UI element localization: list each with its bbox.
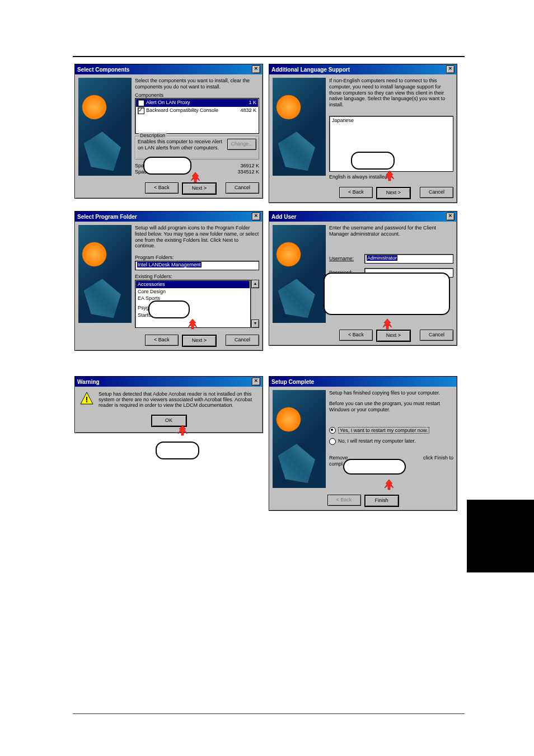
- components-list[interactable]: Alert On LAN Proxy1 K Backward Compatibi…: [135, 98, 259, 134]
- back-button[interactable]: < Back: [339, 330, 373, 341]
- radio-restart-later-label[interactable]: No, I will restart my computer later.: [338, 439, 416, 444]
- callout-bubble: [143, 157, 191, 175]
- pointer-hand-icon: [188, 171, 203, 184]
- callout-bubble: [343, 459, 406, 475]
- folder-item[interactable]: Accessories: [136, 281, 250, 288]
- wizard-image: [78, 225, 132, 323]
- titlebar[interactable]: Select Components ✕: [75, 64, 263, 74]
- svg-text:!: !: [86, 395, 88, 404]
- dialog-setup-complete: Setup Complete Setup has finished copyin…: [269, 376, 457, 511]
- folder-item[interactable]: Core Design: [136, 288, 250, 295]
- program-folder-input[interactable]: Intel LANDesk Management: [135, 261, 259, 270]
- pointer-hand-icon: [175, 424, 190, 437]
- component-item[interactable]: Backward Compatibility Console4832 K: [136, 107, 258, 115]
- wizard-image: [273, 78, 326, 176]
- pointer-hand-icon: [381, 478, 397, 491]
- back-button[interactable]: < Back: [339, 187, 373, 198]
- cancel-button[interactable]: Cancel: [420, 330, 453, 341]
- titlebar[interactable]: Warning ✕: [75, 377, 263, 387]
- scroll-up-icon[interactable]: ▲: [251, 280, 259, 288]
- description-legend: Description: [139, 133, 166, 139]
- title-text: Select Program Folder: [77, 214, 137, 220]
- next-button[interactable]: Next >: [376, 330, 411, 342]
- dialog-select-components: Select Components ✕ Select the component…: [74, 64, 263, 199]
- dialog-program-folder: Select Program Folder ✕ Setup will add p…: [74, 211, 263, 351]
- wizard-image: [78, 78, 132, 176]
- title-text: Additional Language Support: [271, 67, 350, 73]
- close-icon[interactable]: ✕: [252, 378, 260, 386]
- existing-folders-label: Existing Folders:: [135, 274, 259, 280]
- change-button[interactable]: Change...: [227, 139, 256, 150]
- cancel-button[interactable]: Cancel: [420, 187, 453, 198]
- pointer-hand-icon: [382, 169, 397, 182]
- username-input[interactable]: Administrator: [364, 254, 453, 264]
- program-folders-label: Program Folders:: [135, 255, 259, 261]
- cancel-button[interactable]: Cancel: [226, 335, 259, 346]
- titlebar[interactable]: Additional Language Support ✕: [269, 64, 457, 74]
- title-text: Setup Complete: [271, 379, 314, 385]
- close-icon[interactable]: ✕: [446, 65, 455, 73]
- next-button[interactable]: Next >: [376, 187, 411, 199]
- close-icon[interactable]: ✕: [252, 65, 260, 73]
- instruction-text: Setup will add program icons to the Prog…: [135, 225, 259, 249]
- titlebar[interactable]: Select Program Folder ✕: [75, 212, 263, 222]
- warning-text: Setup has detected that Adobe Acrobat re…: [99, 391, 258, 408]
- callout-bubble: [156, 442, 199, 459]
- footer-rule: [73, 713, 465, 714]
- checkbox-icon[interactable]: [138, 107, 144, 114]
- pointer-hand-icon: [380, 317, 395, 331]
- page: Select Components ✕ Select the component…: [0, 0, 534, 756]
- back-button: < Back: [327, 495, 361, 506]
- header-rule: [73, 56, 465, 57]
- radio-restart-now-label[interactable]: Yes, I want to restart my computer now.: [338, 427, 429, 434]
- next-button[interactable]: Next >: [182, 182, 217, 195]
- wizard-image: [273, 390, 326, 488]
- pointer-hand-icon: [185, 317, 200, 331]
- component-item[interactable]: Alert On LAN Proxy1 K: [136, 99, 258, 107]
- description-text: Enables this computer to receive Alert o…: [138, 139, 225, 151]
- scroll-down-icon[interactable]: ▼: [251, 320, 259, 328]
- text-fragment: click Finish to: [423, 455, 453, 461]
- title-text: Warning: [77, 379, 100, 385]
- checkbox-icon[interactable]: [138, 100, 144, 106]
- cancel-button[interactable]: Cancel: [226, 182, 259, 194]
- back-button[interactable]: < Back: [145, 182, 179, 194]
- dialog-warning: Warning ✕ ! Setup has detected that Adob…: [74, 376, 263, 433]
- titlebar[interactable]: Setup Complete: [269, 377, 457, 387]
- warning-icon: !: [79, 391, 94, 406]
- titlebar[interactable]: Add User ✕: [269, 212, 457, 222]
- radio-restart-now[interactable]: [329, 427, 336, 434]
- finish-button[interactable]: Finish: [364, 495, 399, 507]
- scrollbar[interactable]: ▲▼: [251, 280, 259, 328]
- instruction-text: Enter the username and password for the …: [329, 225, 453, 237]
- callout-bubble: [148, 300, 190, 318]
- close-icon[interactable]: ✕: [252, 213, 260, 220]
- complete-line2: Before you can use the program, you must…: [329, 401, 453, 413]
- title-text: Select Components: [77, 67, 129, 73]
- space-available-value: 334512 K: [237, 169, 259, 175]
- language-item[interactable]: Japanese: [330, 117, 452, 124]
- instruction-text: Select the components you want to instal…: [135, 78, 259, 90]
- dialog-language-support: Additional Language Support ✕ If non-Eng…: [269, 64, 457, 203]
- space-required-value: 36912 K: [240, 163, 259, 169]
- side-tab: [467, 500, 534, 572]
- callout-bubble: [351, 152, 395, 170]
- instruction-text: If non-English computers need to connect…: [329, 78, 453, 108]
- next-button[interactable]: Next >: [182, 335, 217, 347]
- radio-restart-later[interactable]: [329, 438, 336, 445]
- close-icon[interactable]: ✕: [446, 213, 455, 220]
- callout-bubble: [324, 273, 450, 315]
- back-button[interactable]: < Back: [145, 335, 179, 346]
- complete-line1: Setup has finished copying files to your…: [329, 390, 453, 396]
- components-label: Components: [135, 92, 259, 98]
- title-text: Add User: [271, 214, 296, 220]
- text-fragment: Remove: [329, 455, 348, 461]
- username-label: Username:: [329, 256, 360, 262]
- wizard-image: [273, 225, 326, 323]
